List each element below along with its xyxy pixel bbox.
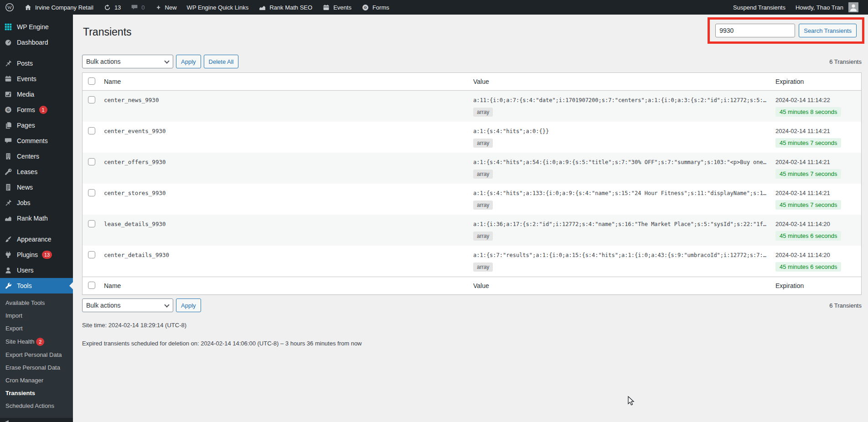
- submenu-item-scheduled-actions[interactable]: Scheduled Actions: [0, 400, 73, 412]
- admin-sidebar: WP Engine Dashboard Posts Events Media G…: [0, 15, 73, 422]
- row-checkbox[interactable]: [88, 127, 95, 134]
- column-header-name: Name: [104, 78, 473, 85]
- comments-link[interactable]: 0: [126, 0, 150, 15]
- search-transients-button[interactable]: Search Transients: [799, 24, 857, 37]
- table-footer-row: Name Value Expiration: [83, 277, 861, 294]
- site-time-text: Site time: 2024-02-14 18:29:14 (UTC-8): [82, 322, 862, 329]
- submenu-item-site-health[interactable]: Site Health 2: [0, 335, 73, 349]
- media-icon: [4, 90, 13, 99]
- table-row: center_details_9930 a:1:{s:7:"results";a…: [83, 246, 861, 277]
- pushpin-icon: [4, 59, 13, 68]
- admin-bar: W Irvine Company Retail 13 0 New WP Engi…: [0, 0, 868, 15]
- updates-count: 13: [114, 4, 121, 11]
- new-content-link[interactable]: New: [150, 0, 182, 15]
- transients-count-top: 6 Transients: [829, 58, 862, 65]
- wordpress-logo-icon[interactable]: W: [0, 0, 19, 15]
- rank-math-icon: [258, 4, 266, 11]
- calendar-icon: [322, 4, 330, 11]
- my-account-link[interactable]: Howdy, Thao Tran: [790, 0, 863, 15]
- sidebar-item-users[interactable]: Users: [0, 262, 73, 278]
- bulk-actions-select[interactable]: Bulk actions: [82, 55, 173, 68]
- sidebar-item-media[interactable]: Media: [0, 87, 73, 102]
- transient-name: center_news_9930: [104, 96, 473, 103]
- submenu-item-cron-manager[interactable]: Cron Manager: [0, 374, 73, 387]
- updates-link[interactable]: 13: [98, 0, 126, 15]
- sidebar-item-pages[interactable]: Pages: [0, 118, 73, 133]
- row-checkbox[interactable]: [88, 220, 95, 227]
- column-footer-expiration: Expiration: [775, 282, 861, 289]
- howdy-text: Howdy, Thao Tran: [796, 4, 843, 11]
- pushpin-icon: [4, 198, 13, 207]
- column-header-value: Value: [473, 78, 775, 85]
- site-home-link[interactable]: Irvine Company Retail: [19, 0, 98, 15]
- calendar-icon: [4, 74, 13, 83]
- wp-engine-grid-icon: [4, 22, 13, 31]
- row-checkbox[interactable]: [88, 189, 95, 196]
- table-body: center_news_9930 a:11:{i:0;a:7:{s:4:"dat…: [83, 91, 861, 277]
- value-type-badge: array: [473, 201, 493, 210]
- sidebar-item-centers[interactable]: Centers: [0, 149, 73, 164]
- submenu-item-export-personal-data[interactable]: Export Personal Data: [0, 349, 73, 361]
- row-checkbox[interactable]: [88, 96, 95, 103]
- value-type-badge: array: [473, 232, 493, 241]
- search-transients-input[interactable]: [715, 24, 795, 37]
- transient-name: center_stores_9930: [104, 189, 473, 196]
- new-label: New: [165, 4, 177, 11]
- row-checkbox[interactable]: [88, 158, 95, 165]
- collapse-menu-icon[interactable]: ◀: [4, 418, 9, 422]
- table-row: center_events_9930 a:1:{s:4:"hits";a:0:{…: [83, 122, 861, 153]
- expiration-remaining-badge: 45 minutes 7 seconds: [775, 200, 841, 210]
- user-icon: [4, 266, 13, 275]
- submenu-item-transients[interactable]: Transients: [0, 387, 73, 400]
- key-icon: [4, 167, 13, 176]
- transients-count-bottom: 6 Transients: [829, 302, 862, 309]
- sidebar-item-leases[interactable]: Leases: [0, 164, 73, 180]
- apply-button-bottom[interactable]: Apply: [176, 298, 201, 312]
- rank-math-seo-link[interactable]: Rank Math SEO: [253, 0, 317, 15]
- expired-transients-note: Expired transients scheduled for deletio…: [82, 340, 862, 347]
- delete-all-button[interactable]: Delete All: [204, 55, 239, 68]
- select-all-checkbox[interactable]: [88, 282, 95, 289]
- forms-notification-badge: 1: [39, 106, 47, 114]
- suspend-transients-link[interactable]: Suspend Transients: [728, 0, 790, 15]
- sidebar-item-posts[interactable]: Posts: [0, 56, 73, 71]
- table-row: center_offers_9930 a:1:{s:4:"hits";a:54:…: [83, 153, 861, 184]
- transient-name: lease_details_9930: [104, 220, 473, 227]
- forms-icon: G: [362, 4, 369, 11]
- comments-count: 0: [141, 4, 145, 11]
- value-type-badge: array: [473, 170, 493, 179]
- rank-math-icon: [4, 214, 13, 223]
- forms-link[interactable]: G Forms: [356, 0, 394, 15]
- sidebar-item-comments[interactable]: Comments: [0, 133, 73, 149]
- apply-button[interactable]: Apply: [176, 55, 201, 68]
- sidebar-item-tools[interactable]: Tools: [0, 278, 73, 293]
- update-icon: [103, 4, 111, 11]
- events-link[interactable]: Events: [317, 0, 356, 15]
- sidebar-item-dashboard[interactable]: Dashboard: [0, 35, 73, 50]
- site-health-notification-badge: 2: [36, 338, 44, 346]
- wp-engine-quick-links[interactable]: WP Engine Quick Links: [182, 0, 254, 15]
- tablenav-top: Bulk actions Apply Delete All 6 Transien…: [82, 55, 862, 68]
- sidebar-item-wp-engine[interactable]: WP Engine: [0, 19, 73, 35]
- expiration-date: 2024-02-14 11:14:20: [775, 251, 861, 258]
- site-name: Irvine Company Retail: [35, 4, 93, 11]
- sidebar-item-appearance[interactable]: Appearance: [0, 232, 73, 247]
- submenu-item-erase-personal-data[interactable]: Erase Personal Data: [0, 361, 73, 374]
- sidebar-item-rank-math[interactable]: Rank Math: [0, 211, 73, 226]
- transient-value: a:11:{i:0;a:7:{s:4:"date";i:1701907200;s…: [473, 96, 769, 103]
- sidebar-item-news[interactable]: News: [0, 180, 73, 195]
- expiration-date: 2024-02-14 11:14:21: [775, 158, 861, 165]
- submenu-item-export[interactable]: Export: [0, 322, 73, 335]
- svg-text:G: G: [364, 5, 367, 10]
- row-checkbox[interactable]: [88, 251, 95, 258]
- submenu-item-available-tools[interactable]: Available Tools: [0, 297, 73, 309]
- sidebar-item-plugins[interactable]: Plugins 13: [0, 247, 73, 262]
- sidebar-item-events[interactable]: Events: [0, 71, 73, 87]
- bulk-actions-select-bottom[interactable]: Bulk actions: [82, 298, 173, 312]
- submenu-item-import[interactable]: Import: [0, 309, 73, 322]
- plugins-notification-badge: 13: [42, 251, 52, 259]
- sidebar-item-forms[interactable]: G Forms 1: [0, 102, 73, 118]
- expiration-remaining-badge: 45 minutes 7 seconds: [775, 169, 841, 179]
- sidebar-item-jobs[interactable]: Jobs: [0, 195, 73, 211]
- select-all-checkbox[interactable]: [88, 77, 95, 85]
